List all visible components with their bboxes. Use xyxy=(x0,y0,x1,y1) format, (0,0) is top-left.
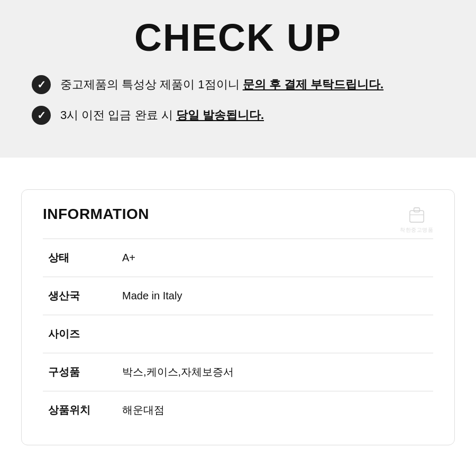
checklist-item-1: 중고제품의 특성상 제품이 1점이니 문의 후 결제 부탁드립니다. xyxy=(32,75,444,94)
table-row-size: 사이즈 xyxy=(43,315,433,353)
checklist-text-bold-1: 문의 후 결제 부탁드립니다. xyxy=(243,78,383,91)
value-status: A+ xyxy=(117,239,433,277)
info-section: INFORMATION 착한중고명품 상태 A+ 생산국 Made in Ita… xyxy=(21,189,455,445)
watermark-icon xyxy=(406,206,427,224)
label-size: 사이즈 xyxy=(43,315,117,353)
label-status: 상태 xyxy=(43,239,117,277)
value-origin: Made in Italy xyxy=(117,277,433,315)
header-section: CHECK UP 중고제품의 특성상 제품이 1점이니 문의 후 결제 부탁드립… xyxy=(0,0,476,158)
checklist-text-before-1: 중고제품의 특성상 제품이 1점이니 xyxy=(60,78,243,91)
value-components: 박스,케이스,자체보증서 xyxy=(117,353,433,391)
checklist-text-bold-2: 당일 발송됩니다. xyxy=(176,108,264,122)
checklist: 중고제품의 특성상 제품이 1점이니 문의 후 결제 부탁드립니다. 3시 이전… xyxy=(21,75,455,125)
label-components: 구성품 xyxy=(43,353,117,391)
table-row-origin: 생산국 Made in Italy xyxy=(43,277,433,315)
value-location: 해운대점 xyxy=(117,391,433,429)
label-origin: 생산국 xyxy=(43,277,117,315)
checklist-text-before-2: 3시 이전 입금 완료 시 xyxy=(60,108,176,122)
table-row-components: 구성품 박스,케이스,자체보증서 xyxy=(43,353,433,391)
svg-rect-1 xyxy=(414,208,419,212)
label-location: 상품위치 xyxy=(43,391,117,429)
checklist-item-2: 3시 이전 입금 완료 시 당일 발송됩니다. xyxy=(32,106,444,125)
watermark: 착한중고명품 xyxy=(400,206,433,234)
page-title: CHECK UP xyxy=(21,11,455,75)
checklist-text-1: 중고제품의 특성상 제품이 1점이니 문의 후 결제 부탁드립니다. xyxy=(60,77,383,93)
svg-rect-0 xyxy=(409,210,423,222)
watermark-text: 착한중고명품 xyxy=(400,226,433,234)
value-size xyxy=(117,315,433,353)
check-icon-1 xyxy=(32,75,51,94)
table-row-status: 상태 A+ xyxy=(43,239,433,277)
check-icon-2 xyxy=(32,106,51,125)
checklist-text-2: 3시 이전 입금 완료 시 당일 발송됩니다. xyxy=(60,107,264,124)
spacer xyxy=(0,158,476,189)
table-row-location: 상품위치 해운대점 xyxy=(43,391,433,429)
info-title: INFORMATION xyxy=(43,206,433,223)
info-table: 상태 A+ 생산국 Made in Italy 사이즈 구성품 박스,케이스,자… xyxy=(43,239,433,429)
